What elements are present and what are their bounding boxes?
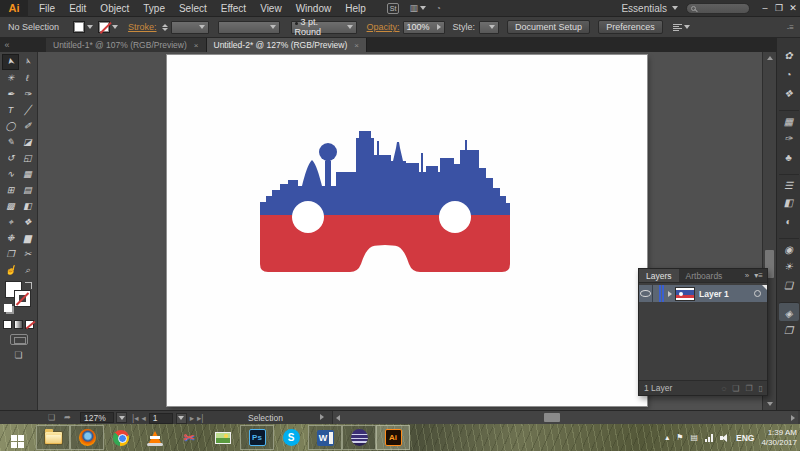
tray-app-icon[interactable]: ▤ (690, 434, 698, 442)
status-expand-icon[interactable] (320, 414, 324, 420)
menu-edit[interactable]: Edit (62, 0, 93, 17)
tray-chevron-icon[interactable]: ▴ (665, 434, 669, 442)
artboard[interactable] (167, 55, 647, 406)
delete-layer-icon[interactable]: ▯ (759, 384, 763, 393)
stroke-weight-select[interactable] (171, 21, 209, 34)
collapse-tools-icon[interactable]: « (0, 38, 14, 52)
first-artboard-icon[interactable]: |◂ (132, 413, 138, 423)
fill-color-swatch[interactable] (73, 21, 85, 33)
scroll-up-icon[interactable] (767, 56, 773, 60)
free-transform-tool[interactable]: ◱ (19, 150, 36, 166)
scroll-right-icon[interactable] (791, 415, 795, 421)
firefox[interactable] (70, 425, 104, 450)
transparency-panel-icon[interactable]: ◐ (779, 212, 799, 231)
illustrator[interactable]: Ai (376, 425, 410, 450)
swap-fill-stroke-icon[interactable] (25, 282, 32, 289)
color-themes-panel-icon[interactable]: ☀ (779, 257, 799, 276)
stroke-swatch[interactable] (15, 291, 30, 306)
mesh-tool[interactable]: ▩ (2, 198, 19, 214)
skype[interactable]: S (274, 425, 308, 450)
collapse-panel-icon[interactable]: » (745, 271, 749, 280)
visibility-eye-icon[interactable] (639, 285, 653, 302)
variable-width-select[interactable] (218, 21, 280, 34)
color-panel-icon[interactable]: ✿ (779, 46, 799, 65)
stroke-color-swatch[interactable] (98, 21, 110, 33)
slice-tool[interactable]: ✂ (19, 246, 36, 262)
type-tool[interactable]: T (2, 102, 19, 118)
libraries-panel-icon[interactable]: ❖ (779, 84, 799, 103)
artboard-caret-button[interactable] (176, 413, 187, 424)
color-guide-panel-icon[interactable]: ◔ (779, 65, 799, 84)
target-circle-icon[interactable] (754, 290, 761, 297)
cc-libraries-icon[interactable]: ◉ (779, 238, 799, 257)
close-button[interactable]: ✕ (786, 0, 800, 17)
expand-layer-icon[interactable] (668, 291, 672, 297)
dallas-skyline-glasses-logo[interactable] (258, 128, 512, 273)
next-artboard-icon[interactable]: ▸ (190, 413, 194, 423)
menu-type[interactable]: Type (136, 0, 172, 17)
menu-effect[interactable]: Effect (214, 0, 253, 17)
menu-help[interactable]: Help (338, 0, 373, 17)
opacity-select[interactable]: 100% (403, 21, 445, 34)
tab-untitled-1[interactable]: Untitled-1* @ 107% (RGB/Preview) × (46, 38, 207, 52)
preferences-button[interactable]: Preferences (598, 20, 663, 34)
close-tab-icon[interactable]: × (194, 41, 199, 50)
artboard-tool[interactable]: ❒ (2, 246, 19, 262)
default-fill-stroke-icon[interactable] (4, 304, 12, 312)
swatches-panel-icon[interactable]: ▦ (779, 110, 799, 129)
word[interactable]: W (308, 425, 342, 450)
menu-file[interactable]: File (32, 0, 62, 17)
artboards-panel-icon[interactable]: ❐ (779, 321, 799, 340)
rotate-tool[interactable]: ↺ (2, 150, 19, 166)
eraser-tool[interactable]: ◪ (19, 134, 36, 150)
line-segment-tool[interactable]: ╱ (19, 102, 36, 118)
ellipse-tool[interactable]: ◯ (2, 118, 19, 134)
zoom-tool[interactable]: ⌕ (19, 262, 36, 278)
selection-tool[interactable]: ➤ (2, 54, 19, 70)
start-button[interactable] (2, 425, 36, 450)
text-align-icon[interactable] (673, 24, 682, 31)
scroll-left-icon[interactable] (336, 415, 340, 421)
document-setup-button[interactable]: Document Setup (507, 20, 590, 34)
proof-setup-icon[interactable]: ❏ (48, 413, 55, 422)
clock[interactable]: 1:39 AM 4/30/2017 (761, 428, 797, 448)
puppet-warp-tool[interactable]: ▦ (19, 166, 36, 182)
eyedropper-tool[interactable]: ⌖ (2, 214, 19, 230)
chevron-down-icon[interactable] (684, 25, 690, 29)
zoom-caret-button[interactable] (116, 412, 127, 423)
layer-name[interactable]: Layer 1 (699, 289, 729, 299)
stroke-label[interactable]: Stroke: (128, 22, 157, 32)
lasso-tool[interactable]: ℓ (19, 70, 36, 86)
language-indicator[interactable]: ENG (736, 433, 754, 443)
hand-tool[interactable]: ☝ (2, 262, 19, 278)
stock-icon[interactable]: St (387, 3, 400, 14)
action-center-flag-icon[interactable]: ⚑ (676, 434, 683, 442)
tab-layers[interactable]: Layers (639, 269, 679, 282)
menu-object[interactable]: Object (93, 0, 136, 17)
photoshop[interactable]: Ps (240, 425, 274, 450)
column-graph-tool[interactable]: ▆ (19, 230, 36, 246)
pencil-tool[interactable]: ✎ (2, 134, 19, 150)
zoom-level-select[interactable]: 127% (80, 412, 114, 423)
eclipse[interactable] (342, 425, 376, 450)
menu-window[interactable]: Window (289, 0, 339, 17)
arrange-documents-icon[interactable]: ▥ (409, 3, 426, 13)
network-signal-icon[interactable] (705, 434, 713, 442)
previous-artboard-icon[interactable]: ◂ (141, 413, 145, 423)
artboard-number-input[interactable]: 1 (149, 413, 173, 424)
collapse-control-bar-icon[interactable]: -≡ (787, 23, 794, 32)
export-icon[interactable]: ➦ (64, 413, 71, 422)
chevron-down-icon[interactable] (87, 25, 93, 29)
panel-menu-icon[interactable]: ▾≡ (754, 271, 763, 280)
style-select[interactable] (479, 21, 499, 34)
magic-wand-tool[interactable]: ✳ (2, 70, 19, 86)
gradient-button[interactable] (14, 320, 23, 329)
layers-panel-icon[interactable]: ◈ (779, 302, 799, 321)
workspace-switcher[interactable]: Essentials (621, 3, 678, 14)
volume-icon[interactable] (720, 433, 729, 442)
stroke-weight-stepper[interactable] (162, 24, 168, 31)
pen-tool[interactable]: ✒ (2, 86, 19, 102)
search-input[interactable] (686, 3, 750, 14)
new-sublayer-icon[interactable]: ❏ (732, 384, 739, 393)
paintbrush-tool[interactable]: ✐ (19, 118, 36, 134)
